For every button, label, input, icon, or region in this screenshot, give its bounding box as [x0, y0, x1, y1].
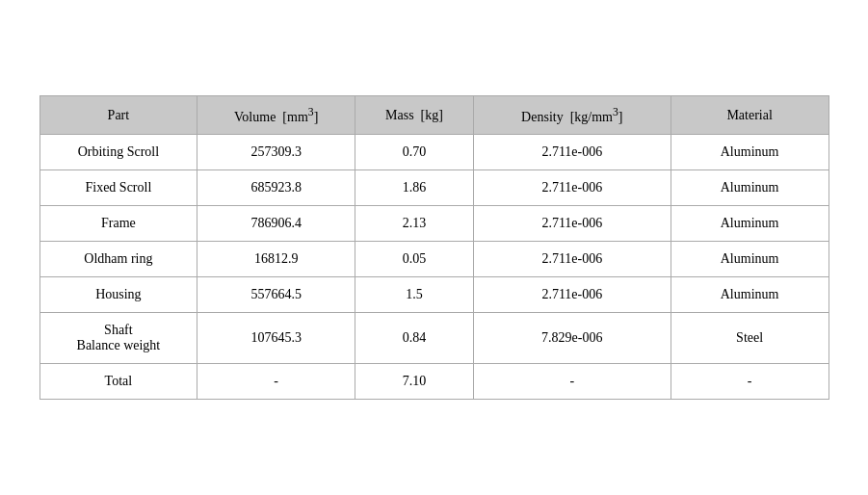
cell-material: -	[671, 364, 829, 400]
main-container: Part Volume [mm3] Mass [kg] Density [kg/…	[39, 95, 829, 401]
cell-density: 2.711e-006	[473, 170, 671, 206]
cell-mass: 1.5	[355, 277, 474, 313]
cell-volume: -	[197, 364, 355, 400]
cell-mass: 7.10	[355, 364, 474, 400]
table-row: Housing557664.51.52.711e-006Aluminum	[39, 277, 829, 313]
cell-density: 2.711e-006	[473, 277, 671, 313]
table-row: Oldham ring16812.90.052.711e-006Aluminum	[39, 242, 829, 277]
table-header-row: Part Volume [mm3] Mass [kg] Density [kg/…	[39, 95, 829, 135]
cell-density: 2.711e-006	[473, 206, 671, 242]
cell-material: Aluminum	[671, 277, 829, 313]
cell-part: Housing	[39, 277, 197, 313]
header-part: Part	[39, 95, 197, 135]
cell-mass: 2.13	[355, 206, 474, 242]
table-row: ShaftBalance weight107645.30.847.829e-00…	[39, 313, 829, 364]
cell-density: 2.711e-006	[473, 135, 671, 170]
table-row: Fixed Scroll685923.81.862.711e-006Alumin…	[39, 170, 829, 206]
cell-part: Fixed Scroll	[39, 170, 197, 206]
cell-mass: 1.86	[355, 170, 474, 206]
cell-mass: 0.84	[355, 313, 474, 364]
cell-material: Steel	[671, 313, 829, 364]
header-density: Density [kg/mm3]	[473, 95, 671, 135]
parts-table: Part Volume [mm3] Mass [kg] Density [kg/…	[39, 95, 829, 401]
cell-mass: 0.05	[355, 242, 474, 277]
cell-material: Aluminum	[671, 135, 829, 170]
cell-part: Frame	[39, 206, 197, 242]
table-row: Total-7.10--	[39, 364, 829, 400]
cell-part: ShaftBalance weight	[39, 313, 197, 364]
cell-volume: 257309.3	[197, 135, 355, 170]
cell-mass: 0.70	[355, 135, 474, 170]
cell-volume: 786906.4	[197, 206, 355, 242]
cell-density: 2.711e-006	[473, 242, 671, 277]
cell-volume: 16812.9	[197, 242, 355, 277]
cell-volume: 557664.5	[197, 277, 355, 313]
cell-volume: 107645.3	[197, 313, 355, 364]
cell-density: -	[473, 364, 671, 400]
cell-material: Aluminum	[671, 242, 829, 277]
cell-density: 7.829e-006	[473, 313, 671, 364]
cell-material: Aluminum	[671, 170, 829, 206]
cell-part: Total	[39, 364, 197, 400]
header-mass: Mass [kg]	[355, 95, 474, 135]
table-row: Orbiting Scroll257309.30.702.711e-006Alu…	[39, 135, 829, 170]
cell-volume: 685923.8	[197, 170, 355, 206]
cell-part: Orbiting Scroll	[39, 135, 197, 170]
header-material: Material	[671, 95, 829, 135]
cell-material: Aluminum	[671, 206, 829, 242]
cell-part: Oldham ring	[39, 242, 197, 277]
header-volume: Volume [mm3]	[197, 95, 355, 135]
table-row: Frame786906.42.132.711e-006Aluminum	[39, 206, 829, 242]
